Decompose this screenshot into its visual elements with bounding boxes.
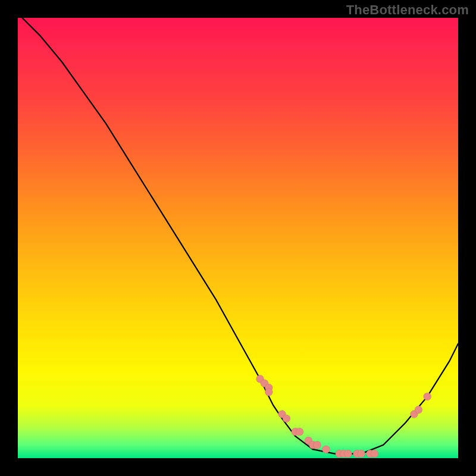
watermark-text: TheBottleneck.com — [346, 2, 469, 18]
marker-dot — [322, 446, 330, 453]
marker-dot — [296, 428, 303, 436]
marker-dot — [314, 441, 321, 449]
marker-dot — [345, 450, 352, 458]
marker-dot — [371, 450, 378, 458]
marker-dot — [265, 389, 273, 396]
marker-group — [256, 375, 431, 458]
chart-overlay — [18, 18, 458, 458]
marker-dot — [358, 450, 365, 458]
plot-area — [18, 18, 458, 458]
marker-dot — [415, 406, 422, 414]
marker-dot — [424, 393, 431, 400]
chart-frame: TheBottleneck.com — [0, 0, 476, 476]
bottleneck-curve — [22, 18, 458, 454]
marker-dot — [283, 415, 290, 422]
